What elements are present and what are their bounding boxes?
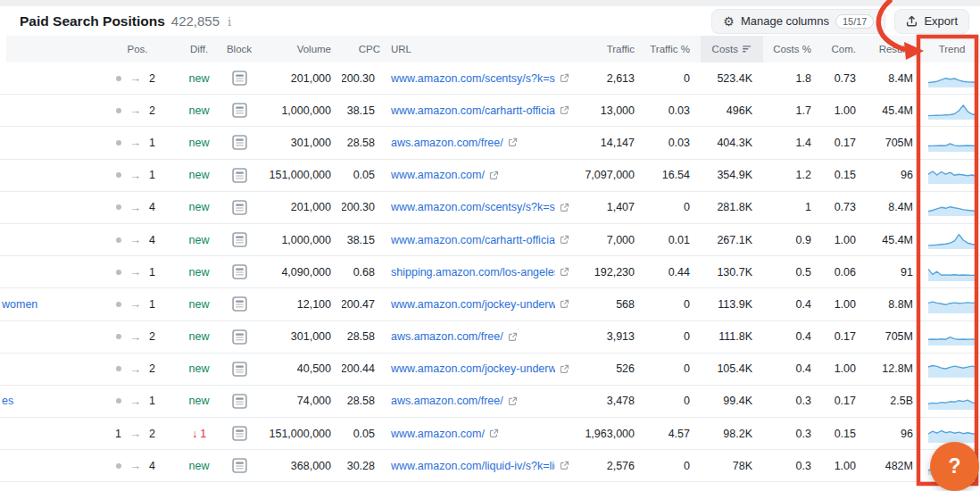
- external-link-icon[interactable]: [560, 267, 569, 277]
- external-link-icon[interactable]: [508, 396, 518, 406]
- position-cell: →2: [98, 62, 177, 94]
- keyword-cell: [0, 224, 98, 255]
- column-header-trend[interactable]: Trend: [924, 36, 980, 62]
- cpc-cell: 38.15: [342, 224, 391, 255]
- keyword-link[interactable]: es: [2, 395, 13, 407]
- results-cell: 8.4M: [867, 62, 924, 94]
- url-cell: www.amazon.com/jockey-underwe...: [391, 288, 569, 320]
- external-link-icon[interactable]: [560, 105, 569, 115]
- external-link-icon[interactable]: [489, 429, 499, 438]
- column-header-cpc[interactable]: CPC: [342, 36, 391, 62]
- url-link[interactable]: www.amazon.com/scentsy/s?k=sce...: [391, 201, 555, 213]
- url-link[interactable]: www.amazon.com/: [391, 169, 485, 181]
- column-header-com[interactable]: Com.: [822, 36, 867, 62]
- manage-columns-button[interactable]: ⚙ Manage columns 15/17: [711, 9, 885, 34]
- column-header-costs[interactable]: Costs: [701, 36, 763, 62]
- manage-columns-label: Manage columns: [741, 14, 829, 28]
- position-cell: →4: [98, 224, 177, 255]
- competition-cell: 1.00: [822, 95, 867, 126]
- position-dot-icon: [116, 204, 121, 210]
- trend-sparkline: [928, 198, 976, 216]
- right-arrow-icon: →: [129, 104, 141, 117]
- external-link-icon[interactable]: [560, 364, 569, 374]
- url-link[interactable]: www.amazon.com/: [391, 428, 485, 440]
- help-button[interactable]: ?: [930, 442, 979, 491]
- volume-cell: 301,000: [257, 321, 342, 353]
- ad-block-icon[interactable]: [232, 362, 247, 377]
- external-link-icon[interactable]: [508, 137, 518, 147]
- url-link[interactable]: www.amazon.com/carhartt-official...: [391, 104, 555, 117]
- page-title: Paid Search Positions: [20, 13, 165, 29]
- url-cell: www.amazon.com/: [391, 160, 569, 191]
- position-dot-icon: [116, 237, 121, 243]
- ad-block-icon[interactable]: [232, 394, 247, 409]
- table-row: women→1new12,100200.47www.amazon.com/joc…: [0, 288, 980, 320]
- ad-block-icon[interactable]: [232, 329, 247, 345]
- costs-cell: 105.4K: [701, 354, 763, 385]
- ad-block-icon[interactable]: [232, 168, 247, 183]
- url-link[interactable]: www.amazon.com/jockey-underwe...: [391, 298, 555, 311]
- ad-block-icon[interactable]: [232, 232, 247, 247]
- url-link[interactable]: aws.amazon.com/free/: [391, 137, 503, 149]
- ad-block-icon[interactable]: [232, 264, 247, 279]
- external-link-icon[interactable]: [560, 299, 569, 309]
- column-header-traffic[interactable]: Traffic %: [645, 36, 701, 62]
- competition-cell: 0.17: [822, 386, 867, 417]
- url-link[interactable]: www.amazon.com/liquid-iv/s?k=liq...: [391, 460, 555, 472]
- position-value: 2: [149, 362, 155, 375]
- block-cell: [221, 160, 257, 191]
- external-link-icon[interactable]: [489, 171, 499, 180]
- url-link[interactable]: www.amazon.com/carhartt-official...: [391, 234, 555, 246]
- keyword-link[interactable]: women: [2, 298, 37, 311]
- external-link-icon[interactable]: [508, 332, 518, 342]
- diff-value: 1: [200, 428, 206, 440]
- column-header-block[interactable]: Block: [221, 36, 257, 62]
- external-link-icon[interactable]: [560, 73, 569, 83]
- table-row: →2new201,000200.30www.amazon.com/scentsy…: [0, 62, 980, 95]
- diff-new-label: new: [189, 234, 210, 246]
- column-header-results[interactable]: Results: [867, 36, 924, 62]
- cpc-cell: 38.15: [342, 95, 391, 126]
- trend-cell: [924, 354, 980, 385]
- costs-cell: 130.7K: [701, 256, 763, 287]
- ad-block-icon[interactable]: [232, 135, 247, 150]
- right-arrow-icon: →: [129, 427, 141, 440]
- external-link-icon[interactable]: [560, 235, 569, 245]
- results-count: 422,855: [171, 13, 220, 29]
- ad-block-icon[interactable]: [232, 458, 247, 473]
- info-icon[interactable]: i: [226, 15, 231, 29]
- block-cell: [221, 288, 257, 320]
- competition-cell: 1.00: [822, 288, 867, 320]
- url-link[interactable]: www.amazon.com/jockey-underwe...: [391, 362, 555, 375]
- url-link[interactable]: www.amazon.com/scentsy/s?k=sce...: [391, 72, 555, 85]
- competition-cell: 0.17: [822, 127, 867, 158]
- ad-block-icon[interactable]: [232, 296, 247, 312]
- column-header-costs[interactable]: Costs %: [763, 36, 822, 62]
- column-header-volume[interactable]: Volume: [257, 36, 342, 62]
- url-link[interactable]: aws.amazon.com/free/: [391, 330, 503, 343]
- ad-block-icon[interactable]: [232, 426, 247, 441]
- url-link[interactable]: shipping.amazon.com/los-angeles-...: [391, 266, 555, 279]
- diff-cell: new: [177, 62, 221, 94]
- url-cell: www.amazon.com/scentsy/s?k=sce...: [391, 192, 569, 223]
- column-header-traffic[interactable]: Traffic: [569, 36, 645, 62]
- ad-block-icon[interactable]: [232, 71, 247, 86]
- trend-sparkline: [928, 295, 976, 313]
- table-row: es→1new74,00028.58aws.amazon.com/free/3,…: [0, 386, 980, 418]
- position-cell: →1: [98, 160, 177, 191]
- position-dot-icon: [116, 334, 121, 339]
- costs-percent-cell: 0.3: [763, 418, 822, 449]
- ad-block-icon[interactable]: [232, 200, 247, 215]
- cpc-cell: 0.68: [342, 256, 391, 287]
- external-link-icon[interactable]: [560, 461, 569, 470]
- diff-new-label: new: [189, 362, 210, 375]
- export-button[interactable]: Export: [894, 9, 969, 34]
- ad-block-icon[interactable]: [232, 103, 247, 118]
- diff-cell: ↓1: [177, 418, 221, 449]
- column-header-diff[interactable]: Diff.: [177, 36, 221, 62]
- external-link-icon[interactable]: [560, 203, 569, 212]
- diff-cell: new: [177, 386, 221, 417]
- column-header-pos[interactable]: Pos.: [98, 36, 177, 62]
- url-link[interactable]: aws.amazon.com/free/: [391, 395, 503, 407]
- column-header-url[interactable]: URL: [391, 36, 569, 62]
